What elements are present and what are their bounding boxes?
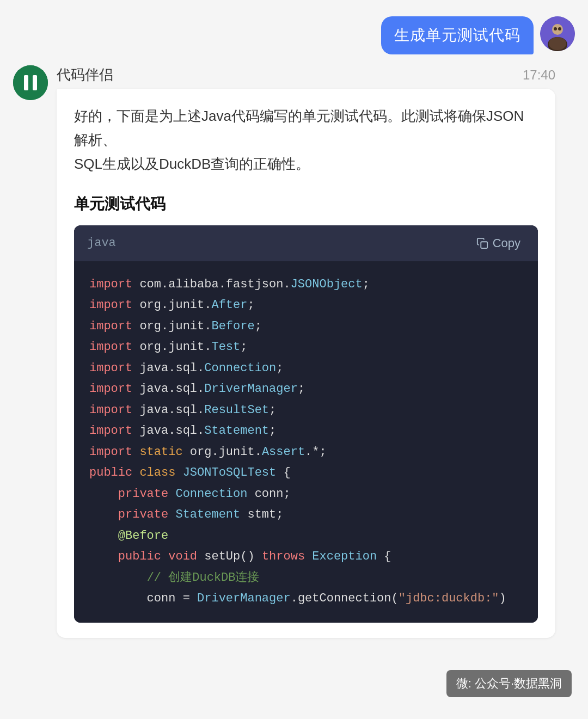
code-block: java Copy import com.alibaba.fastjson.JS… [74, 225, 538, 623]
user-message-row: 生成单元测试代码 [0, 11, 588, 60]
code-line: conn = DriverManager.getConnection("jdbc… [89, 588, 523, 610]
svg-point-6 [13, 65, 48, 100]
section-title: 单元测试代码 [74, 194, 538, 214]
code-line: // 创建DuckDB连接 [89, 568, 523, 589]
copy-button[interactable]: Copy [472, 234, 525, 253]
svg-point-5 [558, 27, 561, 30]
code-block-header: java Copy [74, 225, 538, 261]
bot-bubble: 好的，下面是为上述Java代码编写的单元测试代码。此测试将确保JSON解析、 S… [57, 89, 555, 638]
code-line: private Statement stmt; [89, 505, 523, 526]
bot-content: 代码伴侣 17:40 好的，下面是为上述Java代码编写的单元测试代码。此测试将… [57, 65, 555, 638]
code-line: import org.junit.Test; [89, 337, 523, 358]
code-line: import com.alibaba.fastjson.JSONObject; [89, 274, 523, 296]
intro-line2: SQL生成以及DuckDB查询的正确性。 [74, 156, 310, 172]
svg-rect-9 [481, 242, 487, 248]
intro-line1: 好的，下面是为上述Java代码编写的单元测试代码。此测试将确保JSON解析、 [74, 108, 524, 148]
copy-label: Copy [493, 236, 520, 250]
bot-avatar [13, 65, 48, 100]
user-bubble: 生成单元测试代码 [381, 16, 534, 54]
bot-intro: 好的，下面是为上述Java代码编写的单元测试代码。此测试将确保JSON解析、 S… [74, 104, 538, 176]
code-line: import java.sql.Statement; [89, 421, 523, 442]
code-line: import org.junit.Before; [89, 316, 523, 337]
code-line: private Connection conn; [89, 484, 523, 505]
svg-point-1 [552, 24, 563, 35]
svg-rect-7 [24, 75, 28, 90]
code-line: public class JSONToSQLTest { [89, 463, 523, 484]
svg-rect-8 [33, 75, 37, 90]
user-message-text: 生成单元测试代码 [394, 27, 520, 44]
code-language: java [87, 236, 116, 250]
code-line: @Before [89, 526, 523, 547]
code-content: import com.alibaba.fastjson.JSONObject; … [74, 261, 538, 623]
code-line: import org.junit.After; [89, 295, 523, 316]
bot-name: 代码伴侣 [57, 65, 113, 84]
user-avatar [540, 16, 575, 51]
copy-icon [476, 237, 488, 249]
svg-point-3 [549, 37, 566, 50]
avatar-svg [540, 16, 575, 51]
svg-point-4 [554, 27, 557, 30]
code-line: import java.sql.Connection; [89, 358, 523, 379]
bot-avatar-svg [13, 65, 48, 100]
code-line: public void setUp() throws Exception { [89, 546, 523, 568]
code-line: import java.sql.DriverManager; [89, 379, 523, 400]
code-line: import java.sql.ResultSet; [89, 400, 523, 421]
bot-timestamp: 17:40 [523, 67, 555, 83]
bot-message-row: 代码伴侣 17:40 好的，下面是为上述Java代码编写的单元测试代码。此测试将… [0, 60, 588, 643]
user-avatar-image [540, 16, 575, 51]
bot-message-header: 代码伴侣 17:40 [57, 65, 555, 84]
code-line: import static org.junit.Assert.*; [89, 442, 523, 463]
